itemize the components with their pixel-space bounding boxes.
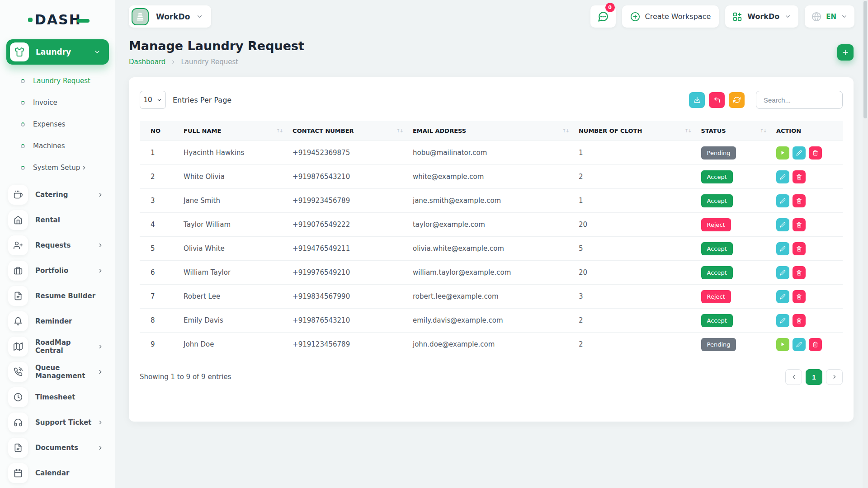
cell-full-name: White Olivia	[179, 165, 288, 189]
sidebar-item-label: Timesheet	[35, 393, 115, 401]
sort-icon[interactable]: ↑↓	[562, 128, 570, 134]
sidebar-item-catering[interactable]: Catering	[0, 182, 115, 207]
bullet-icon	[21, 79, 25, 83]
sidebar-item-machines[interactable]: Machines	[0, 135, 115, 157]
pagination: 1	[785, 369, 843, 385]
cell-number-of-cloth: 1	[574, 141, 697, 165]
cell-contact-number: +919976549210	[288, 261, 408, 285]
delete-button[interactable]	[793, 218, 806, 231]
next-page-button[interactable]	[826, 369, 843, 385]
chevron-right-icon	[97, 343, 104, 350]
sidebar-item-timesheet[interactable]: Timesheet	[0, 385, 115, 410]
cell-full-name: Olivia White	[179, 237, 288, 261]
refresh-button[interactable]	[729, 92, 745, 108]
delete-button[interactable]	[793, 290, 806, 303]
edit-button[interactable]	[776, 218, 789, 231]
sidebar-item-label: Rental	[35, 216, 115, 224]
column-header-contact-number[interactable]: CONTACT NUMBER↑↓	[288, 121, 408, 141]
document-icon	[8, 438, 28, 458]
page-scrollbar[interactable]	[863, 0, 868, 488]
chevron-right-icon	[97, 267, 104, 274]
page-header: Manage Laundry Request Dashboard Laundry…	[115, 28, 868, 66]
run-button[interactable]	[776, 146, 789, 160]
app-logo[interactable]: DASH	[0, 0, 115, 28]
row-actions	[776, 266, 838, 279]
sidebar-item-resume-builder[interactable]: Resume Builder	[0, 283, 115, 309]
chevron-left-icon	[791, 374, 797, 380]
edit-button[interactable]	[776, 170, 789, 183]
language-selector[interactable]: EN	[805, 5, 854, 28]
sidebar-item-invoice[interactable]: Invoice	[0, 92, 115, 113]
edit-button[interactable]	[776, 290, 789, 303]
sidebar-item-laundry-request[interactable]: Laundry Request	[0, 70, 115, 92]
delete-button[interactable]	[793, 170, 806, 183]
sidebar-item-laundry[interactable]: Laundry	[6, 39, 109, 65]
back-button[interactable]	[709, 92, 725, 108]
cell-number-of-cloth: 20	[574, 213, 697, 237]
phone-call-icon	[8, 362, 28, 382]
sidebar-item-calendar[interactable]: Calendar	[0, 460, 115, 486]
sidebar-item-support-ticket[interactable]: Support Ticket	[0, 410, 115, 435]
search-input[interactable]	[756, 91, 843, 109]
chevron-right-icon	[97, 369, 104, 375]
delete-button[interactable]	[793, 242, 806, 255]
row-actions	[776, 146, 838, 160]
sidebar-item-label: Laundry	[36, 47, 94, 56]
entries-per-page-select[interactable]: 10	[140, 91, 166, 109]
delete-button[interactable]	[809, 338, 822, 351]
scrollbar-thumb[interactable]	[863, 1, 867, 118]
delete-button[interactable]	[793, 194, 806, 207]
run-button[interactable]	[776, 338, 789, 351]
edit-button[interactable]	[776, 242, 789, 255]
sort-icon[interactable]: ↑↓	[396, 128, 404, 134]
cell-full-name: Robert Lee	[179, 285, 288, 309]
sort-icon[interactable]: ↑↓	[760, 128, 767, 134]
delete-button[interactable]	[809, 146, 822, 160]
add-request-button[interactable]	[837, 44, 854, 61]
sidebar-item-rental[interactable]: Rental	[0, 207, 115, 233]
row-actions	[776, 338, 838, 351]
sidebar-item-label: Expenses	[33, 120, 115, 128]
sidebar-item-requests[interactable]: Requests	[0, 233, 115, 258]
plus-circle-icon	[630, 12, 640, 22]
chat-button[interactable]: 0	[590, 5, 616, 28]
column-header-status[interactable]: STATUS↑↓	[697, 121, 772, 141]
sidebar-item-reminder[interactable]: Reminder	[0, 309, 115, 334]
page-number-button[interactable]: 1	[806, 369, 822, 385]
cell-number-of-cloth: 3	[574, 285, 697, 309]
sidebar-item-system-setup[interactable]: System Setup	[0, 157, 115, 178]
edit-button[interactable]	[776, 266, 789, 279]
cell-email-address: emily.davis@example.com	[408, 309, 574, 333]
bullet-icon	[21, 101, 25, 105]
sidebar-item-expenses[interactable]: Expenses	[0, 113, 115, 135]
sort-icon[interactable]: ↑↓	[684, 128, 692, 134]
building-icon	[132, 8, 149, 25]
breadcrumb-dashboard-link[interactable]: Dashboard	[129, 58, 165, 66]
sidebar-item-roadmap-central[interactable]: RoadMap Central	[0, 334, 115, 359]
column-header-full-name[interactable]: FULL NAME↑↓	[179, 121, 288, 141]
workdo-menu-button[interactable]: WorkDo	[725, 5, 798, 28]
create-workspace-button[interactable]: Create Workspace	[622, 5, 719, 28]
sidebar-item-label: RoadMap Central	[35, 338, 97, 355]
prev-page-button[interactable]	[785, 369, 802, 385]
edit-button[interactable]	[776, 314, 789, 327]
column-header-email-address[interactable]: EMAIL ADDRESS↑↓	[408, 121, 574, 141]
sidebar-item-outlook-calendar[interactable]: Outlook Calendar	[0, 486, 115, 488]
column-header-number-of-cloth[interactable]: NUMBER OF CLOTH↑↓	[574, 121, 697, 141]
delete-button[interactable]	[793, 266, 806, 279]
edit-button[interactable]	[793, 338, 806, 351]
edit-button[interactable]	[793, 146, 806, 160]
sidebar-item-documents[interactable]: Documents	[0, 435, 115, 460]
delete-button[interactable]	[793, 314, 806, 327]
sort-icon[interactable]: ↑↓	[276, 128, 283, 134]
sidebar-item-label: Resume Builder	[35, 292, 115, 300]
edit-button[interactable]	[776, 194, 789, 207]
sidebar-item-portfolio[interactable]: Portfolio	[0, 258, 115, 283]
sidebar-item-label: Portfolio	[35, 267, 97, 275]
cell-no: 4	[140, 213, 179, 237]
sidebar-item-queue-management[interactable]: Queue Management	[0, 359, 115, 385]
cell-email-address: olivia.white@example.com	[408, 237, 574, 261]
cell-no: 8	[140, 309, 179, 333]
export-button[interactable]	[689, 92, 705, 108]
workspace-selector[interactable]: WorkDo	[129, 5, 211, 28]
